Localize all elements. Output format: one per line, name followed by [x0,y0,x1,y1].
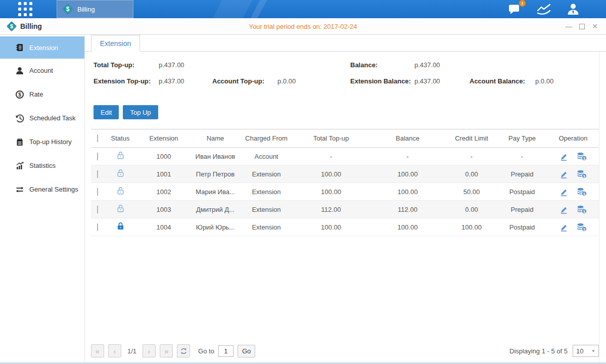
reports-chart-icon[interactable] [536,3,551,15]
ledger-icon [15,138,24,147]
top-up-coins-icon[interactable]: $ [577,223,587,232]
row-checkbox[interactable] [97,223,98,231]
total-topup-cell: 100.00 [293,170,369,178]
topbar-right-icons: ! [508,0,606,18]
name-cell: Мария Ива... [191,188,240,196]
credit-limit-cell: 50.00 [446,188,497,196]
table-row: 1000 Иван Иванов Account - - - - [91,148,599,165]
extension-cell: 1000 [136,153,191,160]
billing-app-window: { "topbar": { "billing_tab_label": "Bill… [0,0,606,364]
table-row: 1004 Юрий Юрь... Extension 100.00 100.00… [91,218,599,236]
charged-from-cell: Account [240,153,293,160]
top-up-coins-icon[interactable]: $ [577,152,587,161]
goto-page-input[interactable] [218,345,234,357]
edit-icon[interactable] [560,188,569,196]
messages-icon[interactable]: ! [508,4,521,15]
charged-from-cell: Extension [240,206,293,213]
charged-from-cell: Extension [240,170,293,178]
select-all-checkbox[interactable] [97,134,98,142]
extension-cell: 1001 [136,170,191,178]
topbar-decoration [250,0,267,18]
edit-icon[interactable] [560,205,569,214]
first-page-button[interactable]: « [91,344,104,357]
table-row: 1001 Петр Петров Extension 100.00 100.00… [91,165,599,183]
total-topup-cell: - [293,153,369,160]
topbar-billing-tab[interactable]: $ Billing [57,0,133,18]
pay-type-cell: Postpaid [497,188,547,196]
sidebar-item-scheduled-task[interactable]: Scheduled Task [0,106,84,130]
credit-limit-cell: 100.00 [446,223,497,231]
sidebar-item-statistics[interactable]: Statistics [0,154,84,177]
maximize-button[interactable] [579,24,585,29]
goto-label: Go to [198,347,214,355]
main-panel: Extension Total Top-up: p.437.00 Balance… [85,35,606,362]
sidebar-item-label: Scheduled Task [29,114,76,122]
top-up-coins-icon[interactable]: $ [577,170,587,178]
balance-cell: 100.00 [369,223,446,231]
sidebar-item-label: General Settings [29,186,78,193]
sidebar-item-topup-history[interactable]: Top-up History [0,130,84,154]
unlocked-status-icon[interactable] [116,204,125,214]
row-checkbox[interactable] [97,170,98,178]
total-topup-value: p.437.00 [159,61,184,69]
close-button[interactable]: ✕ [592,23,598,30]
stats-chart-icon [15,161,24,170]
trial-period-message: Your trial period ends on: 2017-02-24 [0,23,606,30]
unlocked-status-icon[interactable] [116,151,125,161]
sliders-icon [15,185,24,194]
edit-icon[interactable] [560,170,569,178]
app-grid-icon[interactable] [18,2,32,16]
tab-extension[interactable]: Extension [91,35,140,52]
total-topup-label: Total Top-up: [94,61,134,69]
row-checkbox[interactable] [97,153,98,160]
edit-icon[interactable] [560,152,569,161]
account-balance-label: Account Balance: [470,77,525,85]
minimize-button[interactable]: — [565,23,572,30]
top-up-button[interactable]: Top Up [123,105,158,119]
last-page-button[interactable]: » [160,344,173,357]
sidebar-item-label: Account [29,67,53,74]
sidebar-item-account[interactable]: Account [0,59,84,82]
balance-value: p.437.00 [414,61,440,69]
top-up-coins-icon[interactable]: $ [577,188,587,196]
col-balance: Balance [369,134,446,142]
extension-balance-label: Extension Balance: [350,77,411,85]
page-size-dropdown[interactable]: 10 ▼ [573,345,599,357]
topbar-billing-tab-label: Billing [77,6,95,13]
sidebar-item-label: Top-up History [29,138,72,146]
col-status: Status [104,134,136,142]
unlocked-status-icon [116,204,125,213]
prev-page-button[interactable]: ‹ [108,344,121,357]
col-extension: Extension [136,134,191,142]
dollar-circle-icon: $ [15,90,24,99]
user-account-icon[interactable] [567,3,580,16]
unlocked-status-icon[interactable] [116,187,125,197]
top-up-coins-icon[interactable]: $ [577,205,587,214]
edit-button[interactable]: Edit [94,105,119,119]
row-checkbox[interactable] [97,206,98,213]
unlocked-status-icon[interactable] [116,169,125,179]
sidebar-item-label: Statistics [29,162,56,169]
sidebar-item-extension[interactable]: Extension [0,36,84,59]
unlocked-status-icon [116,187,125,195]
row-checkbox[interactable] [97,188,98,196]
pay-type-cell: Postpaid [497,223,547,231]
go-button[interactable]: Go [238,345,255,357]
refresh-button[interactable] [177,344,190,357]
edit-icon[interactable] [560,223,569,232]
name-cell: Дмитрий Д... [191,206,240,213]
sidebar-item-general-settings[interactable]: General Settings [0,177,84,201]
sidebar-item-rate[interactable]: $ Rate [0,82,84,106]
charged-from-cell: Extension [240,223,293,231]
extension-cell: 1004 [136,223,191,231]
next-page-button[interactable]: › [143,344,156,357]
name-cell: Юрий Юрь... [191,223,240,231]
tab-strip: Extension [85,35,606,52]
topbar-decoration [212,0,252,18]
notification-badge: ! [519,0,526,7]
col-credit-limit: Credit Limit [446,134,497,142]
locked-status-icon[interactable] [116,222,125,232]
extension-table: Status Extension Name Charged From Total… [91,129,599,236]
pay-type-cell: Prepaid [497,206,547,213]
window-body: Extension Account $ Rate Scheduled Task [0,35,606,364]
